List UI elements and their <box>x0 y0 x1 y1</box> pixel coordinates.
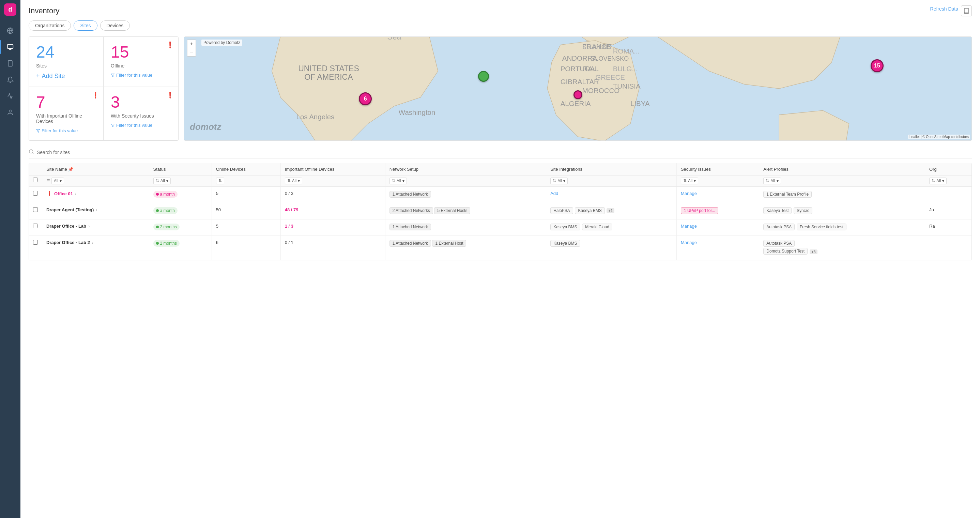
tab-organizations[interactable]: Organizations <box>29 21 71 31</box>
alert-profiles-filter[interactable]: ⇅ All ▾ <box>763 178 781 184</box>
security-filter-link[interactable]: Filter for this value <box>111 123 171 128</box>
manage-security-link[interactable]: Manage <box>681 191 697 196</box>
row-checkbox[interactable] <box>33 191 38 196</box>
alert-profile-domotz: Domotz Support Test <box>763 248 808 255</box>
search-row <box>29 146 972 159</box>
row-checkbox-cell <box>29 236 42 260</box>
sidebar-item-report[interactable] <box>3 89 17 103</box>
org-filter[interactable]: ⇅ All ▾ <box>929 178 947 184</box>
row-org: Ra <box>925 220 972 236</box>
offline-alert-icon: ❗ <box>166 41 174 49</box>
row-network-setup: 1 Attached Network <box>385 220 546 236</box>
map-attribution: Leaflet | © OpenStreetMap contributors <box>908 135 970 139</box>
filter-network-setup: ⇅ All ▾ <box>385 175 546 187</box>
tab-devices[interactable]: Devices <box>100 21 130 31</box>
security-issues-sort[interactable]: Security Issues <box>681 167 711 172</box>
zoom-out-button[interactable]: − <box>188 48 196 56</box>
th-important-offline: Important Offline Devices <box>280 163 385 175</box>
integration-badge-kaseya: Kaseya BMS <box>575 207 605 214</box>
network-setup-sort[interactable]: Network Setup <box>390 167 418 172</box>
status-dot <box>156 209 159 212</box>
sidebar-item-network[interactable] <box>3 40 17 54</box>
status-badge-online: 2 months <box>153 240 180 247</box>
sites-count: 24 <box>36 44 96 60</box>
header-top: Inventory Refresh Data <box>29 5 972 21</box>
site-name-link[interactable]: Draper Office - Lab <box>46 223 86 229</box>
filter-online-devices: ⇅ <box>212 175 280 187</box>
status-dot <box>156 226 159 228</box>
add-integration-link[interactable]: Add <box>550 191 558 196</box>
refresh-data-link[interactable]: Refresh Data <box>930 6 958 11</box>
row-checkbox[interactable] <box>33 223 38 228</box>
important-offline-sort[interactable]: Important Offline Devices <box>285 167 335 172</box>
sort-icon4: ⇅ <box>392 179 395 183</box>
site-name-link[interactable]: Draper Office - Lab 2 <box>46 240 90 245</box>
row-expand-chevron[interactable]: › <box>75 191 76 196</box>
online-devices-sort[interactable]: Online Devices <box>216 167 246 172</box>
security-alert-icon: ❗ <box>166 91 174 99</box>
site-name-sort[interactable]: Site Name 📌 <box>46 167 73 172</box>
sidebar-item-bell[interactable] <box>3 73 17 86</box>
site-name-link[interactable]: Office 01 <box>54 191 73 196</box>
row-checkbox-cell <box>29 187 42 203</box>
important-offline-filter-link[interactable]: Filter for this value <box>36 128 96 133</box>
row-online-devices: 6 <box>212 236 280 260</box>
site-integrations-filter[interactable]: ⇅ All ▾ <box>550 178 568 184</box>
map-marker-la: 6 <box>359 92 372 105</box>
tab-sites[interactable]: Sites <box>73 21 97 31</box>
svg-marker-8 <box>111 73 115 77</box>
row-network-setup: 1 Attached Network <box>385 187 546 203</box>
row-expand-chevron[interactable]: › <box>96 207 97 212</box>
sort-icon5: ⇅ <box>553 179 556 183</box>
network-setup-filter[interactable]: ⇅ All ▾ <box>390 178 407 184</box>
manage-security-link[interactable]: Manage <box>681 240 697 245</box>
security-issues-filter[interactable]: ⇅ All ▾ <box>681 178 698 184</box>
alert-profile-syncro: Syncro <box>794 207 812 214</box>
network-badge-1: 2 Attached Networks <box>390 207 433 214</box>
row-security-issues: Manage <box>676 187 759 203</box>
row-expand-chevron[interactable]: › <box>92 240 93 245</box>
select-all-checkbox[interactable] <box>33 178 38 182</box>
stat-card-offline: ❗ 15 Offline Filter for this value <box>103 37 178 87</box>
search-input[interactable] <box>37 150 972 155</box>
table-row: Draper Office - Lab › 2 months 5 1 / 3 <box>29 220 972 236</box>
row-network-setup: 1 Attached Network 1 External Host <box>385 236 546 260</box>
status-badge-online: 2 months <box>153 223 180 230</box>
offline-filter-link[interactable]: Filter for this value <box>111 73 171 78</box>
pin-icon: 📌 <box>68 167 73 172</box>
svg-text:Washington: Washington <box>399 108 436 116</box>
network-badge-2: 1 External Host <box>432 240 466 247</box>
book-icon[interactable] <box>961 5 972 16</box>
important-offline-filter[interactable]: ⇅ All ▾ <box>285 178 302 184</box>
important-offline-count: 7 <box>36 94 96 110</box>
sort-icon3: ⇅ <box>287 179 291 183</box>
integration-badge-meraki: Meraki Cloud <box>582 223 612 230</box>
site-name-filter-select[interactable]: All ▾ <box>51 178 64 184</box>
sidebar-item-user[interactable] <box>3 106 17 119</box>
row-site-name: ❗ Office 01 › <box>42 187 149 203</box>
app-logo[interactable]: d <box>4 3 16 16</box>
table-row: Draper Agent (Testing) › a month 50 48 /… <box>29 203 972 220</box>
status-filter-select[interactable]: ⇅ All ▾ <box>153 178 171 184</box>
zoom-in-button[interactable]: + <box>188 40 196 48</box>
manage-security-link[interactable]: Manage <box>681 223 697 229</box>
marker-pink-washington <box>573 90 582 99</box>
site-name-link[interactable]: Draper Agent (Testing) <box>46 207 94 212</box>
row-checkbox[interactable] <box>33 240 38 245</box>
status-sort[interactable]: Status <box>153 167 166 172</box>
alert-profiles-sort[interactable]: Alert Profiles <box>763 167 789 172</box>
row-alert-profiles: Autotask PSA Domotz Support Test +3 <box>759 236 925 260</box>
map-powered-label: Powered by Domotz <box>201 40 242 46</box>
svg-marker-9 <box>37 129 40 132</box>
map-container[interactable]: UNITED STATES OF AMERICA Los Angeles Was… <box>185 37 972 140</box>
row-checkbox[interactable] <box>33 207 38 212</box>
online-devices-filter[interactable]: ⇅ <box>216 178 224 184</box>
add-site-button[interactable]: + Add Site <box>36 73 96 80</box>
row-expand-chevron[interactable]: › <box>88 224 90 229</box>
sidebar-item-monitor[interactable] <box>3 57 17 70</box>
sidebar-item-globe[interactable] <box>3 24 17 37</box>
site-integrations-sort[interactable]: Site Integrations <box>550 167 582 172</box>
filter-org: ⇅ All ▾ <box>925 175 972 187</box>
page-title: Inventory <box>29 6 60 15</box>
sidebar: d <box>0 0 21 518</box>
